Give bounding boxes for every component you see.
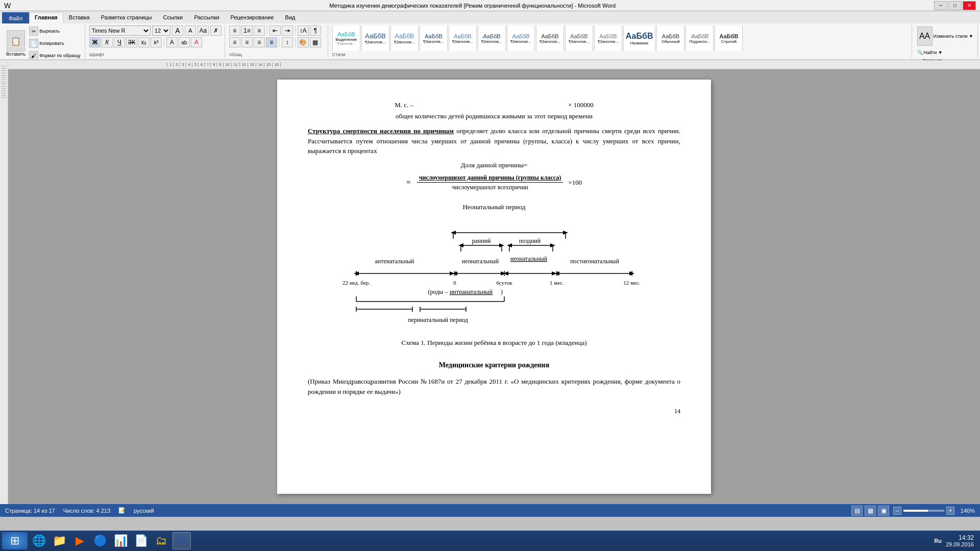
clipboard-group: 📋 Вставить ✂ Вырезать 📄 Копировать 🖌 Фор…	[2, 24, 85, 58]
shrink-font-button[interactable]: A	[185, 26, 196, 36]
diagram-title: Неонатальный период	[308, 202, 680, 212]
layout-view-buttons: ▤ ▦ ▣	[851, 506, 889, 516]
tab-layout[interactable]: Разметка страницы	[95, 12, 158, 23]
style-item-h4[interactable]: АаБбВ ¶Заголов...	[449, 26, 477, 51]
decrease-indent-button[interactable]: ⇤	[270, 26, 281, 36]
start-button[interactable]: ⊞	[2, 532, 28, 549]
x100000-label: × 100000	[568, 101, 594, 109]
style-item-h8[interactable]: АаБбВ ¶Заголов...	[565, 26, 593, 51]
text-highlight-button[interactable]: ab	[179, 37, 190, 47]
taskbar-explorer-icon[interactable]: 📁	[50, 532, 68, 549]
sep4	[295, 38, 296, 47]
tab-view[interactable]: Вид	[280, 12, 301, 23]
font-color-button[interactable]: А	[191, 37, 202, 47]
main-content: │││││││││││││││ │ 1 │ 2 │ 3 │ 4 │ 5 │ 6 …	[0, 60, 980, 504]
layout-view-3[interactable]: ▣	[878, 506, 889, 516]
tab-mailings[interactable]: Рассылки	[188, 12, 225, 23]
grow-font-button[interactable]: A	[172, 26, 183, 36]
italic-button[interactable]: К	[102, 37, 113, 47]
taskbar-chrome-icon[interactable]: 🔵	[91, 532, 109, 549]
minimize-button[interactable]: ─	[934, 1, 947, 10]
formula-denominator-label: общее количество детей родившихся живыми…	[308, 111, 680, 121]
page-container: М. с. – × 100000 общее количество детей …	[8, 69, 980, 504]
style-item-vydelenie[interactable]: АаБбВ Выделение ¶Заголов...	[332, 26, 360, 51]
taskbar-media-icon[interactable]: ▶	[70, 532, 89, 549]
style-item-name[interactable]: АаБбВ Название	[623, 26, 656, 51]
clock-area: 14:32 29.09.2016	[946, 534, 974, 547]
layout-view-2[interactable]: ▦	[865, 506, 876, 516]
taskbar-chart-icon[interactable]: 📊	[111, 532, 130, 549]
taskbar-time: 14:32	[959, 534, 974, 541]
style-item-strict[interactable]: АаБбВ Строгий	[715, 26, 743, 51]
style-item-h3[interactable]: АаБбВ ¶Заголов...	[420, 26, 448, 51]
strikethrough-button[interactable]: ЗК	[126, 37, 137, 47]
cut-button[interactable]: ✂ Вырезать	[28, 26, 82, 37]
tab-home[interactable]: Главная	[29, 12, 63, 23]
svg-text:постнеонатальный: постнеонатальный	[570, 258, 619, 265]
style-item-subtitle[interactable]: АаБбВ Подзагол...	[685, 26, 714, 51]
taskbar-pdf-icon[interactable]: 📄	[132, 532, 150, 549]
align-center-button[interactable]: ≡	[241, 37, 253, 47]
bold-button[interactable]: Ж	[89, 37, 101, 47]
taskbar-ie-icon[interactable]: 🌐	[30, 532, 48, 549]
superscript-button[interactable]: х²	[151, 37, 162, 47]
tab-review[interactable]: Рецензирование	[225, 12, 280, 23]
close-button[interactable]: ✕	[963, 1, 976, 10]
clear-format-button[interactable]: ✗	[210, 26, 222, 36]
taskbar-word-icon[interactable]: W	[173, 532, 191, 549]
text-effects-button[interactable]: А	[166, 37, 178, 47]
align-right-button[interactable]: ≡	[254, 37, 265, 47]
copy-button[interactable]: 📄 Копировать	[28, 38, 82, 49]
bullets-button[interactable]: ≡	[229, 26, 240, 36]
underline-button[interactable]: Ч	[114, 37, 125, 47]
taskbar-folder-icon[interactable]: 🗂	[152, 532, 170, 549]
zoom-in-button[interactable]: +	[946, 507, 954, 515]
words-info: Число слов: 4 213	[63, 508, 110, 514]
change-case-button[interactable]: Aа	[198, 26, 209, 36]
separator	[164, 38, 164, 47]
change-styles-button[interactable]: АА Изменить стили ▼	[916, 26, 974, 47]
font-label: Шрифт	[89, 52, 105, 57]
style-item-h6[interactable]: АаБбВ ¶Заголов...	[507, 26, 535, 51]
subscript-button[interactable]: х₂	[138, 37, 150, 47]
line-spacing-button[interactable]: ↕	[282, 37, 293, 47]
style-item-h5[interactable]: АаБбВ ¶Заголов...	[478, 26, 506, 51]
align-left-button[interactable]: ≡	[229, 37, 240, 47]
tab-insert[interactable]: Вставка	[63, 12, 95, 23]
font-name-select[interactable]: Times New R	[89, 26, 151, 36]
numbering-button[interactable]: 1≡	[241, 26, 253, 36]
frac-denominator: числоумершихот всехпричин	[450, 183, 530, 192]
svg-text:антенатальный: антенатальный	[375, 258, 415, 265]
style-item-h7[interactable]: АаБбВ ¶Заголов...	[536, 26, 564, 51]
maximize-button[interactable]: □	[948, 1, 962, 10]
diagram-section: Неонатальный период	[308, 202, 680, 347]
increase-indent-button[interactable]: ⇥	[282, 26, 293, 36]
tab-file[interactable]: Файл	[2, 12, 29, 23]
shading-button[interactable]: 🎨	[298, 37, 309, 47]
sort-button[interactable]: ↕A	[298, 26, 309, 36]
find-button[interactable]: 🔍 Найти ▼	[916, 49, 974, 56]
font-size-select[interactable]: 12	[152, 26, 170, 36]
zoom-out-button[interactable]: –	[893, 507, 901, 515]
style-item-normal[interactable]: АаБбВ Обычный	[656, 26, 684, 51]
style-item-h9[interactable]: АаБбВ ¶Заголов...	[594, 26, 622, 51]
formula-top-area: М. с. – × 100000	[308, 100, 680, 110]
paste-button[interactable]: 📋 Вставить	[5, 29, 27, 58]
borders-button[interactable]: ▦	[310, 37, 321, 47]
format-painter-button[interactable]: 🖌 Формат по образцу	[28, 50, 82, 61]
frac-numerator: числоумершихот данной причины (группы кл…	[417, 173, 564, 183]
svg-text:ранний: ранний	[472, 237, 491, 244]
zoom-slider[interactable]	[903, 510, 944, 512]
layout-view-1[interactable]: ▤	[851, 506, 863, 516]
justify-button[interactable]: ≡	[266, 37, 277, 47]
style-item-h2[interactable]: АаБбВ ¶Заголов...	[390, 26, 419, 51]
paste-icon: 📋	[7, 30, 25, 52]
multilevel-button[interactable]: ≡	[254, 26, 265, 36]
svg-text:интранатальный: интранатальный	[450, 288, 493, 295]
doc-area: │ 1 │ 2 │ 3 │ 4 │ 5 │ 6 │ 7 │ 8 │ 9 │ 10…	[8, 60, 980, 504]
paste-label: Вставить	[6, 52, 26, 57]
schema-caption: Схема 1. Периоды жизни ребёнка в возраст…	[308, 338, 680, 348]
show-formatting-button[interactable]: ¶	[310, 26, 321, 36]
tab-references[interactable]: Ссылки	[157, 12, 188, 23]
style-item-h1[interactable]: АаБбВ ¶Заголов...	[361, 26, 389, 51]
